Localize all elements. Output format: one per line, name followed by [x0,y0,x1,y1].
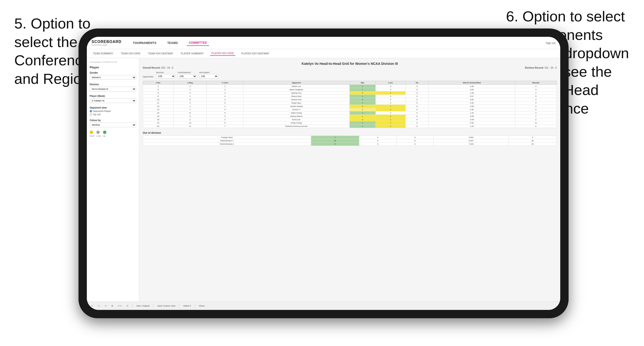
toolbar-redo[interactable]: ↪ [104,304,108,308]
radio-group: Opponents Played Top 100 [90,110,136,116]
th-loss: Loss [376,81,406,85]
out-of-division-title: Out of division [143,131,557,134]
overall-record: Overall Record: 353 - 34 - 6 [143,66,173,69]
division-record: Division Record: 331 - 34 - 6 [525,66,557,69]
toolbar-watch[interactable]: Watch ▾ [182,304,192,308]
nav-tournaments[interactable]: TOURNAMENTS [131,40,158,46]
sidebar: Last Updated: 27/03/2024 14:34 Player Ge… [87,58,139,301]
toolbar-share[interactable]: Share [198,304,206,308]
separator3 [179,304,180,308]
toolbar-view-original[interactable]: View: Original [135,304,150,308]
last-updated: Last Updated: 27/03/2024 14:34 [90,61,136,63]
filter-row: Opponents: Region (All) Conference (All) [143,71,557,78]
toolbar-undo[interactable]: ↩ [90,304,94,308]
sidebar-opponent-view-label: Opponent view [90,106,136,109]
sidebar-gender-label: Gender [90,71,136,74]
table-row: 13 1 1 Jessica Huang 0 1 0 -3.00 2 [143,105,557,108]
region-filter-select[interactable]: (All) [156,74,175,78]
toolbar-add[interactable]: ⊕ [110,304,114,308]
sub-nav-team-h2h-heatmap[interactable]: TEAM H2H HEATMAP [146,51,174,56]
logo-sub: Powered by clippd [92,44,122,46]
table-row: 14 7 4 Eunice Yi 2 2 0 0.38 9 [143,108,557,111]
sub-nav-team-summary[interactable]: TEAM SUMMARY [92,51,115,56]
opponents-prefix-label: Opponents: [143,76,154,78]
tablet: SCOREBOARD Powered by clippd TOURNAMENTS… [78,28,568,318]
gender-select[interactable]: Women's Men's [90,75,136,80]
sidebar-opponent-view-section: Opponent view Opponents Played Top 100 [90,106,136,116]
table-row: 10 6 3 Andrea York 2 0 0 4.00 4 [143,98,557,101]
th-conf: # Conf [207,81,243,85]
conference-filter-label: Conference [178,71,197,74]
sign-out-button[interactable]: Sign out [546,41,556,44]
report-records: Overall Record: 353 - 34 - 6 Division Re… [143,66,557,69]
sub-nav-player-summary[interactable]: PLAYER SUMMARY [180,51,205,56]
main-data-table: # Div # Reg # Conf Opponent Win Loss Tie… [143,81,557,128]
separator4 [195,304,195,308]
sub-nav-team-h2h-grid[interactable]: TEAM H2H GRID [120,51,142,56]
report-header: Katelyn Vo Head-to-Head Grid for Women's… [143,62,557,69]
colour-select[interactable]: Win/loss [90,123,136,127]
opponent-filter-group: Opponent (All) [199,71,218,78]
nav-teams[interactable]: TEAMS [165,40,180,46]
toolbar-undo2[interactable]: ↩ [97,304,101,308]
radio-top100[interactable]: Top 100 [90,113,136,116]
th-diff: Diff Av Strokes/Rnd [428,81,515,85]
label-down: Down [90,135,94,137]
division-select[interactable]: NCAA Division III NCAA Division I NCAA D… [90,87,136,91]
ood-table-row: NAIA Division 1 15 0 0 9.267 30 [143,139,557,143]
region-filter-label: Region [156,71,175,74]
table-row: 5 2 2 Alexis Sudjianto 1 0 0 4.00 3 [143,88,557,91]
bottom-toolbar: ↩ ↩ ↪ ⊕ ↩↪ ⊙ View: Original Save Custom … [87,301,560,310]
sidebar-division-label: Division [90,83,136,86]
out-of-division-table: Foreign Team 1 0 0 4.500 2 NAIA Division… [143,136,557,146]
sidebar-player-rank-section: Player (Rank) 6. Katelyn Vo [90,95,136,103]
circle-down [90,131,93,134]
sidebar-colour-section: Colour by Win/loss [90,119,136,127]
sidebar-gender-section: Gender Women's Men's [90,71,136,80]
table-row: 16 3 2 Jessica Mason 1 2 0 -0.94 7 [143,115,557,118]
sub-nav-player-h2h-heatmap[interactable]: PLAYER H2H HEATMAP [240,51,271,56]
ood-table-row: Foreign Team 1 0 0 4.500 2 [143,136,557,139]
content-area: Katelyn Vo Head-to-Head Grid for Women's… [139,58,560,301]
table-row: 18 2 2 Euna Lee 0 2 0 -5.00 2 [143,118,557,121]
second-nav: TEAM SUMMARY TEAM H2H GRID TEAM H2H HEAT… [87,49,560,58]
main-content: Last Updated: 27/03/2024 14:34 Player Ge… [87,58,560,301]
table-row: 6 3 3 Sydney Kuo 0 1 0 -1.00 3 [143,91,557,95]
circle-level [96,131,100,134]
opponent-filter-select[interactable]: (All) [199,74,218,78]
circle-up [103,131,106,134]
sidebar-division-section: Division NCAA Division III NCAA Division… [90,83,136,91]
nav-committee[interactable]: COMMITTEE [187,40,209,46]
separator2 [153,304,154,308]
label-up: Up [103,135,106,137]
conference-filter-group: Conference (All) [178,71,197,78]
th-opponent: Opponent [243,81,350,85]
toolbar-settings[interactable]: ⊙ [126,304,130,308]
conference-filter-select[interactable]: (All) [178,74,197,78]
logo-text: SCOREBOARD [92,40,122,44]
separator1 [132,304,132,308]
sidebar-colour-label: Colour by [90,119,136,122]
th-rounds: Rounds [515,81,556,85]
th-tie: Tie [406,81,428,85]
region-filter-group: Region (All) [156,71,175,78]
colour-legend: Down Level Up [90,131,136,137]
logo-area: SCOREBOARD Powered by clippd [92,40,122,46]
player-rank-select[interactable]: 6. Katelyn Vo [90,98,136,103]
th-div: # Div [143,81,174,85]
table-row: 3 3 1 Esther Lee 1 0 0 1.50 4 [143,85,557,88]
toolbar-reset[interactable]: ↩↪ [117,304,123,308]
table-row: 11 2 5 Heeju Hyun 1 0 0 3.33 3 [143,101,557,105]
radio-opponents-played[interactable]: Opponents Played [90,110,136,112]
table-row: 15 8 5 Stella Cheng 1 0 0 1.25 4 [143,111,557,115]
th-win: Win [350,81,376,85]
sub-nav-player-h2h-grid[interactable]: PLAYER H2H GRID [210,51,235,56]
report-title: Katelyn Vo Head-to-Head Grid for Women's… [143,62,557,66]
table-row: 19 10 6 Emily Chang 4 1 0 0.30 11 [143,121,557,125]
table-row: 9 1 4 Sharon Mun 1 0 0 3.67 3 [143,95,557,98]
th-reg: # Reg [174,81,207,85]
tablet-screen: SCOREBOARD Powered by clippd TOURNAMENTS… [87,37,560,310]
table-row: 20 11 7 Federica Domecq Lacroze 2 1 0 1.… [143,125,557,128]
sidebar-player-rank-label: Player (Rank) [90,95,136,97]
toolbar-save-custom[interactable]: Save Custom View [156,304,176,308]
